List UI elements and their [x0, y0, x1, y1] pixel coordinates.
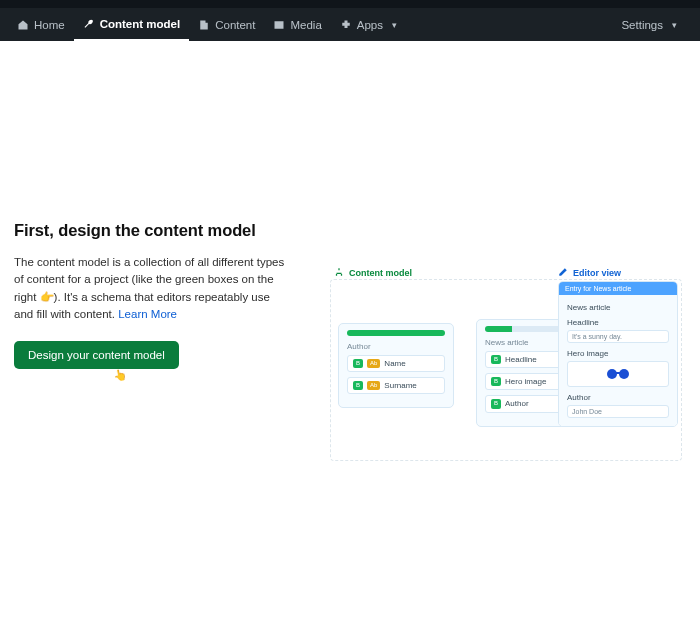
nav-apps-label: Apps — [357, 19, 383, 31]
chevron-down-icon: ▾ — [392, 20, 397, 30]
editor-headline-value: It's a sunny day. — [567, 330, 669, 343]
main-navbar: Home Content model Content Media Apps — [0, 8, 700, 41]
editor-hero-image-label: Hero image — [567, 349, 669, 358]
field-row: B Ab Name — [347, 355, 445, 372]
nav-home[interactable]: Home — [8, 8, 74, 41]
cursor-pointer-icon: 👆 — [112, 368, 128, 383]
editor-headline-label: Headline — [567, 318, 669, 327]
nav-home-label: Home — [34, 19, 65, 31]
window-topbar — [0, 0, 700, 8]
model-card-author: Author B Ab Name B Ab Surname — [338, 323, 454, 408]
field-surname: Surname — [384, 381, 416, 390]
editor-news-article-label: News article — [567, 303, 669, 312]
nav-apps[interactable]: Apps ▾ — [331, 8, 406, 41]
field-row: B Hero image — [485, 373, 563, 390]
page-heading: First, design the content model — [14, 221, 288, 240]
field-row: B Author — [485, 395, 563, 412]
chevron-down-icon: ▾ — [672, 20, 677, 30]
card-section-author: Author — [347, 342, 445, 351]
diagram-content-model-title: Content model — [334, 267, 412, 279]
nav-settings[interactable]: Settings ▾ — [612, 8, 686, 41]
editor-card-header: Entry for News article — [559, 282, 677, 295]
editor-preview-card: Entry for News article News article Head… — [558, 281, 678, 427]
field-row: B Ab Surname — [347, 377, 445, 394]
illustration-diagram: Content model Editor view Type of conten… — [330, 263, 690, 463]
nav-content-model[interactable]: Content model — [74, 8, 190, 41]
nav-media[interactable]: Media — [264, 8, 330, 41]
document-icon — [198, 19, 210, 31]
field-row: B Headline — [485, 351, 563, 368]
editor-hero-image-preview — [567, 361, 669, 387]
nav-content[interactable]: Content — [189, 8, 264, 41]
home-icon — [17, 19, 29, 31]
nav-settings-label: Settings — [621, 19, 663, 31]
page-description: The content model is a collection of all… — [14, 254, 288, 323]
nav-media-label: Media — [290, 19, 321, 31]
design-content-model-button[interactable]: Design your content model — [14, 341, 179, 369]
card-section-news: News article — [485, 338, 563, 347]
diagram-editor-view-title: Editor view — [558, 267, 621, 279]
wrench-icon — [83, 18, 95, 30]
sunglasses-icon — [605, 368, 631, 380]
field-author: Author — [505, 399, 529, 408]
edit-icon — [558, 267, 568, 279]
editor-author-label: Author — [567, 393, 669, 402]
sitemap-icon — [334, 267, 344, 279]
nav-content-label: Content — [215, 19, 255, 31]
learn-more-link[interactable]: Learn More — [118, 308, 177, 320]
field-headline: Headline — [505, 355, 537, 364]
card-accent-bar — [485, 326, 563, 332]
card-accent-bar — [347, 330, 445, 336]
field-name: Name — [384, 359, 405, 368]
nav-content-model-label: Content model — [100, 18, 181, 30]
editor-author-value: John Doe — [567, 405, 669, 418]
field-hero-image: Hero image — [505, 377, 546, 386]
puzzle-icon — [340, 19, 352, 31]
image-icon — [273, 19, 285, 31]
